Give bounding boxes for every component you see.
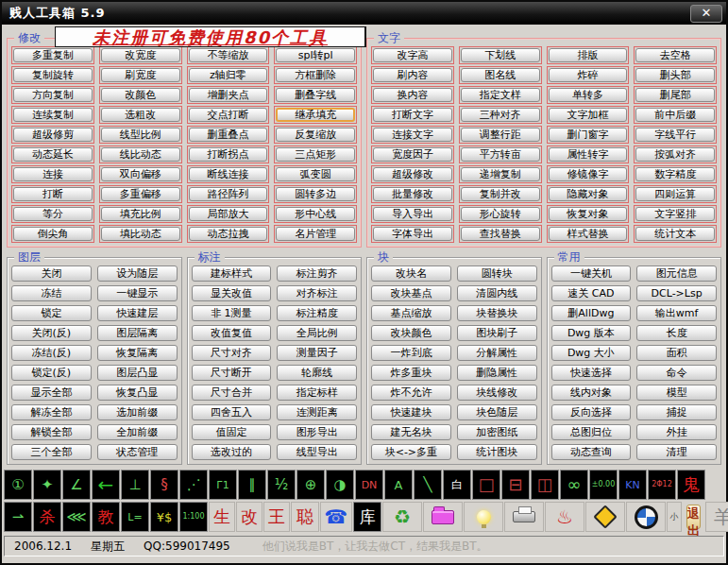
dimension-tool-button[interactable]: 改值复值 [192,325,272,341]
calligraphy-icon-2[interactable]: 改 [236,502,262,532]
common-tool-button[interactable]: 一键关机 [551,265,632,282]
recycle-bin-icon[interactable]: ♻ [382,502,422,532]
layer-tool-button[interactable]: 恢复隔离 [97,345,178,361]
common-tool-button[interactable]: Dwg 版本 [551,325,632,341]
sketch-arrow-icon[interactable]: ⇀ [4,502,32,532]
modify-tool-button[interactable]: 双向偏移 [101,167,180,181]
modify-tool-button[interactable]: 圆转多边 [276,187,355,201]
close-icon[interactable]: ✕ [690,5,722,23]
layer-tool-button[interactable]: 锁定 [11,305,92,321]
modify-tool-button[interactable]: 断线连接 [189,167,268,181]
block-tool-button[interactable]: 块线修改 [457,385,537,401]
layer-tool-button[interactable]: 解冻全部 [11,404,92,420]
modify-tool-button[interactable]: 填比动态 [101,227,180,241]
break-star-icon[interactable]: ✦ [33,470,61,500]
layer-tool-button[interactable]: 冻结 [11,285,92,301]
teach-icon[interactable]: 教 [92,502,120,532]
text-tool-button[interactable]: 数字精度 [635,167,715,181]
ghost-icon[interactable]: 鬼 [677,470,705,500]
common-tool-button[interactable]: 速关 CAD [551,285,632,301]
exit-button[interactable]: 退出 [686,505,701,529]
block-tool-button[interactable]: 快速建块 [371,404,451,420]
block-tool-button[interactable]: 清圆内线 [457,285,537,301]
modify-tool-button[interactable]: 局部放大 [189,207,268,221]
slope-line-icon[interactable]: ∠ [62,470,91,500]
dimension-tool-button[interactable]: 图形导出 [277,424,357,440]
common-tool-button[interactable]: 图元信息 [636,265,717,282]
modify-tool-button[interactable]: 多重复制 [13,48,93,62]
text-tool-button[interactable]: 平方转亩 [461,147,540,162]
modify-tool-button[interactable]: 填充比例 [101,207,180,221]
slash-icon[interactable]: ╲ [414,470,442,500]
roadwork-sign-icon[interactable] [585,502,625,532]
modify-tool-button[interactable]: spl转pl [276,48,355,62]
dimension-tool-button[interactable]: 显关改值 [192,285,272,301]
layer-tool-button[interactable]: 恢复凸显 [97,385,178,401]
modify-tool-button[interactable]: 三点矩形 [276,147,355,162]
money-icon[interactable]: ¥$ [150,502,178,532]
dimension-tool-button[interactable]: 轮廓线 [277,365,357,381]
bulb-icon[interactable] [464,502,503,532]
text-tool-button[interactable]: 删头部 [635,68,715,82]
circle-bar-icon[interactable]: ◑ [326,470,354,500]
modify-tool-button[interactable]: z轴归零 [189,68,268,82]
layer-tool-button[interactable]: 锁定(反) [11,365,92,381]
phone-icon[interactable]: ☎ [320,502,352,532]
block-tool-button[interactable]: 改块名 [371,265,451,282]
left-arrow-icon[interactable]: ← [92,470,120,500]
kill-icon[interactable]: 杀 [33,502,61,532]
square-vline-icon[interactable]: ◫ [531,470,559,500]
text-tool-button[interactable]: 形心旋转 [461,207,540,221]
layer-tool-button[interactable]: 设为随层 [97,265,178,282]
modify-tool-button[interactable]: 打断 [13,187,93,201]
modify-tool-button[interactable]: 反复缩放 [276,128,355,142]
elevation-mark-icon[interactable]: ⊥ [121,470,149,500]
modify-tool-button[interactable]: 刷宽度 [101,68,180,82]
block-tool-button[interactable]: 块<->多重 [371,444,451,460]
text-tool-button[interactable]: 宽度因子 [373,147,452,162]
layer-tool-button[interactable]: 解锁全部 [11,424,92,440]
modify-tool-button[interactable]: 多重偏移 [101,187,180,201]
bmw-logo-icon[interactable] [626,502,666,532]
text-tool-button[interactable]: 修镜像字 [549,167,628,181]
dimension-tool-button[interactable]: 选改过的 [192,444,272,460]
text-tool-button[interactable]: 属性转字 [549,147,628,162]
layer-tool-button[interactable]: 三个全部 [11,444,92,460]
modify-tool-button[interactable]: 增删夹点 [189,88,268,102]
layer-tool-button[interactable]: 全加前缀 [97,424,178,440]
dimension-tool-button[interactable]: 值固定 [192,424,272,440]
text-tool-button[interactable]: 三种对齐 [461,108,540,122]
axis-bracket-icon[interactable]: Г1 [209,470,237,500]
dimension-tool-button[interactable]: 尺寸合并 [192,385,272,401]
block-tool-button[interactable]: 图块刷子 [457,325,537,341]
dimension-tool-button[interactable]: 非 1测量 [192,305,272,321]
toggle-icon[interactable]: 小 [667,502,682,532]
text-tool-button[interactable]: 单转多 [549,88,628,102]
modify-tool-button[interactable]: 等分 [13,207,93,221]
dimension-tool-button[interactable]: 尺寸对齐 [192,345,272,361]
block-tool-button[interactable]: 改块颜色 [371,325,451,341]
half-circle-icon[interactable]: ½ [267,470,296,500]
common-tool-button[interactable]: 面积 [636,345,717,361]
text-tool-button[interactable]: 打断文字 [373,108,452,122]
modify-tool-button[interactable]: 方框删除 [276,68,355,82]
scale-icon[interactable]: 1:100 [179,502,208,532]
common-tool-button[interactable]: 长度 [636,325,717,341]
layer-tool-button[interactable]: 选加前缀 [97,404,178,420]
twin-circles-icon[interactable]: ∞ [560,470,588,500]
dimension-tool-button[interactable]: 测量因子 [277,345,357,361]
common-tool-button[interactable]: 反向选择 [551,404,632,420]
modify-tool-button[interactable]: 形中心线 [276,207,355,221]
dimension-tool-button[interactable]: 指定标样 [277,385,357,401]
modify-tool-button[interactable]: 交点打断 [189,108,268,122]
level-mark-icon[interactable]: ±0.00 [589,470,618,500]
common-tool-button[interactable]: 快速选择 [551,365,632,381]
library-icon[interactable]: 库 [353,502,381,532]
modify-tool-button[interactable]: 改宽度 [101,48,180,62]
dimension-tool-button[interactable]: 对齐标注 [277,285,357,301]
layer-tool-button[interactable]: 显示全部 [11,385,92,401]
dimension-tool-button[interactable]: 四舍五入 [192,404,272,420]
common-tool-button[interactable]: 线内对象 [551,385,632,401]
square-hline-icon[interactable]: ⊟ [501,470,530,500]
layer-tool-button[interactable]: 冻结(反) [11,345,92,361]
